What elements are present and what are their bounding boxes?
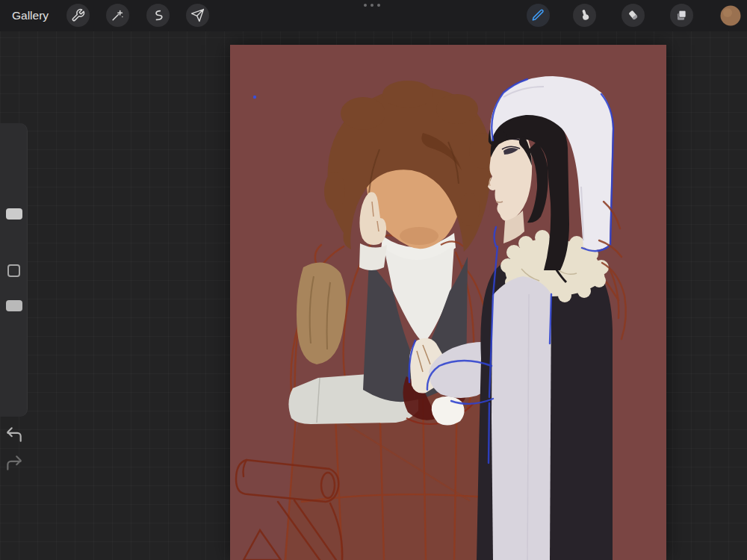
modify-button[interactable] — [7, 264, 20, 277]
sidebar — [0, 123, 28, 417]
adjustments-button[interactable] — [106, 4, 129, 27]
selection-button[interactable] — [146, 4, 170, 27]
redo-icon — [4, 453, 24, 473]
left-cuff — [359, 243, 387, 270]
smudge-tool-button[interactable] — [573, 4, 596, 27]
magic-wand-icon — [111, 8, 125, 22]
artwork-svg — [230, 45, 666, 560]
opacity-slider[interactable] — [6, 300, 22, 311]
right-body-panel — [492, 276, 551, 560]
color-swatch-circle — [719, 4, 742, 27]
selection-s-icon — [151, 8, 165, 22]
wrench-icon — [71, 8, 85, 22]
white-highlight-blob — [432, 396, 465, 426]
eraser-icon — [626, 8, 640, 22]
undo-icon — [4, 425, 24, 444]
color-button[interactable] — [719, 4, 742, 27]
paintbrush-icon — [531, 8, 545, 22]
blue-speck — [253, 96, 256, 99]
paint-tool-button[interactable] — [527, 4, 550, 27]
smudge-finger-icon — [577, 8, 592, 22]
gallery-button[interactable]: Gallery — [12, 0, 49, 31]
undo-button[interactable] — [4, 425, 24, 444]
transform-button[interactable] — [186, 4, 209, 27]
actions-button[interactable] — [66, 4, 90, 27]
ellipsis-dots-icon[interactable] — [364, 4, 380, 7]
canvas[interactable] — [230, 45, 666, 560]
top-toolbar: Gallery — [0, 0, 747, 31]
erase-tool-button[interactable] — [622, 4, 645, 27]
layers-icon — [675, 8, 689, 22]
layers-button[interactable] — [670, 4, 693, 27]
transform-arrow-icon — [190, 8, 205, 22]
redo-button[interactable] — [4, 453, 24, 473]
left-chin-shadow — [400, 227, 438, 245]
brush-size-slider[interactable] — [6, 208, 22, 220]
procreate-workspace: Gallery — [0, 0, 747, 560]
